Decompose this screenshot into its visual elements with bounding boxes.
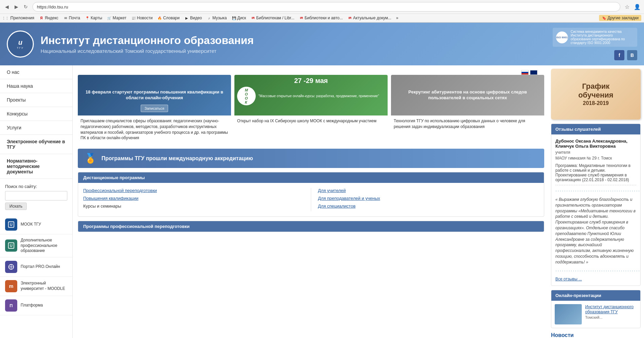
prog-link-for-teachers[interactable]: Для учителей: [318, 188, 539, 193]
news-icon: 📰: [131, 16, 136, 20]
profile-button[interactable]: 👤: [633, 3, 641, 11]
online-sub: Томский...: [585, 315, 637, 319]
bookmark-lib2-label: Библиотеки и авто...: [304, 16, 343, 20]
bookmark-market[interactable]: 🛒 Маркет: [105, 15, 129, 21]
news-section-title: Новости: [551, 332, 641, 338]
quality-badge-block: ISO 9001 Система менеджмента качества Ин…: [553, 28, 637, 47]
prog-link-for-specialists[interactable]: Для специалистов: [318, 204, 539, 209]
reviews-section: Отзывы слушателей Дубонос Оксана Алексан…: [551, 124, 641, 286]
docs-icon: IR: [348, 16, 352, 20]
sidebar-link-projects[interactable]: Проекты: [0, 93, 72, 107]
vk-icon[interactable]: В: [627, 50, 637, 60]
news-card-2-image: 27 -29 мая МООК "Массовые открытые онлай…: [234, 75, 388, 115]
schedule-line1: График: [582, 82, 610, 91]
online-body: Институт дистанционного образования ТГУ …: [551, 301, 640, 328]
prog-link-for-professors[interactable]: Для преподавателей и ученых: [318, 196, 539, 201]
bookmark-more[interactable]: »: [394, 15, 400, 21]
bookmark-music-label: Музыка: [212, 16, 227, 20]
app-portal[interactable]: Портал PRO.Онлайн: [0, 257, 72, 277]
refresh-button[interactable]: ↻: [22, 3, 30, 11]
app-platform[interactable]: Π Платформа: [0, 296, 72, 315]
header-right: ISO 9001 Система менеджмента качества Ин…: [553, 28, 637, 60]
bookmark-dict[interactable]: 🔥 Словари: [155, 15, 182, 21]
reviews-body: Дубонос Оксана Александровна, Климчук Ол…: [551, 134, 640, 286]
bookmark-lib2[interactable]: IR Библиотеки и авто...: [297, 15, 345, 21]
mooc-badge-label: МООК: [245, 88, 248, 104]
schedule-card: График обучения 2018-2019: [551, 69, 641, 120]
sidebar-link-services[interactable]: Услуги: [0, 121, 72, 134]
bookmark-video[interactable]: ▶ Видео: [182, 15, 204, 21]
bookmark-other[interactable]: 🔖 Другие закладки: [599, 15, 641, 21]
bookmark-lib1[interactable]: IR Библиотекам / Libr...: [249, 15, 297, 21]
mooc-icon: U: [5, 218, 17, 231]
sidebar-link-normative[interactable]: Нормативно-методические документы: [0, 154, 72, 178]
flag-russian[interactable]: [521, 70, 529, 75]
all-reviews-link[interactable]: Все отзывы ...: [555, 277, 582, 281]
app-mooc[interactable]: U МООК ТГУ: [0, 215, 72, 234]
facebook-icon[interactable]: f: [614, 50, 624, 60]
bookmark-more-label: »: [396, 16, 398, 20]
bookmark-button[interactable]: ☆: [623, 3, 631, 11]
url-bar[interactable]: [32, 2, 620, 12]
sidebar-link-science[interactable]: Наша наука: [0, 79, 72, 93]
moodle-label: Электронный университет - MOODLE: [21, 281, 67, 291]
forward-button[interactable]: ▶: [12, 3, 20, 11]
search-input[interactable]: [5, 191, 67, 200]
app-moodle[interactable]: m Электронный университет - MOODLE: [0, 277, 72, 296]
news-card-3-body: Технология ТГУ по использованию цифровых…: [391, 115, 544, 132]
online-link[interactable]: Институт дистанционного образования ТГУ: [585, 304, 634, 314]
bookmark-music[interactable]: ♪ Музыка: [205, 15, 229, 21]
yandex-icon: Я: [39, 16, 44, 20]
bookmark-apps[interactable]: ⋮⋮⋮ Приложения: [3, 15, 36, 21]
distance-programs-section: Дистанционные программы Профессиональной…: [78, 172, 544, 217]
accred-icon: 🏅: [85, 153, 96, 164]
reviewer-title: учителя: [555, 150, 636, 155]
bookmark-maps[interactable]: 📍 Карты: [83, 15, 104, 21]
dpo-label: Дополнительное профессиональное образова…: [21, 238, 67, 254]
market-icon: 🛒: [107, 16, 112, 20]
sidebar-link-elearning[interactable]: Электронное обучение в ТГУ: [0, 135, 72, 154]
professional-programs-section: Программы профессиональной переподготовк…: [78, 221, 544, 232]
bookmark-apps-label: Приложения: [10, 16, 34, 20]
sidebar-link-contests[interactable]: Конкурсы: [0, 107, 72, 121]
bookmark-news[interactable]: 📰 Новости: [129, 15, 155, 21]
svg-text:U: U: [10, 244, 13, 248]
news-card-2: 27 -29 мая МООК "Массовые открытые онлай…: [234, 75, 388, 144]
prog-link-2[interactable]: Повышения квалификации: [83, 196, 304, 201]
bookmark-mail[interactable]: ✉ Почта: [61, 15, 82, 21]
news-card-1-body: Приглашаем специалистов сферы образовани…: [78, 115, 231, 144]
search-label: Поиск по сайту:: [5, 184, 67, 189]
app-dpo[interactable]: U Дополнительное профессиональное образо…: [0, 234, 72, 257]
browser-action-buttons: ☆ 👤: [623, 3, 641, 11]
news-card-3-title: Рекрутинг абитуриентов на основе цифровы…: [391, 75, 544, 115]
register-button[interactable]: Записаться: [141, 105, 168, 112]
mail-icon: ✉: [63, 16, 68, 20]
programs-header: Дистанционные программы: [78, 172, 544, 183]
site-subtitle: Национальный исследовательский Томский г…: [41, 48, 254, 54]
iso-badge: ISO 9001: [556, 31, 568, 43]
other-icon: 🔖: [602, 16, 606, 20]
news-section: Новости 27.02.2019 С 19 по 22 февраля 20…: [551, 332, 641, 338]
sidebar-search: Поиск по сайту: Искать: [0, 179, 72, 212]
sidebar-link-about[interactable]: О нас: [0, 65, 72, 79]
back-button[interactable]: ◀: [3, 3, 11, 11]
lib2-icon: IR: [299, 16, 304, 20]
news-card-1: 18 февраля стартуют программы повышения …: [78, 75, 231, 144]
online-thumb: [555, 304, 582, 324]
flag-english[interactable]: [530, 70, 537, 75]
svg-text:Π: Π: [9, 303, 13, 308]
header-title-block: Институт дистанционного образования Наци…: [41, 34, 254, 54]
bookmark-docs[interactable]: IR Актуальные докум...: [346, 15, 393, 21]
nav-buttons: ◀ ▶ ↻: [3, 3, 30, 11]
prog-text-3: Курсы и семинары: [83, 204, 121, 209]
reviewer-name: Дубонос Оксана Александровна, Климчук Ол…: [555, 139, 636, 149]
sidebar-item-projects: Проекты: [0, 93, 72, 107]
portal-label: Портал PRO.Онлайн: [21, 264, 60, 270]
search-button[interactable]: Искать: [5, 203, 27, 210]
video-icon: ▶: [184, 16, 189, 20]
bookmark-disk[interactable]: 💾 Диск: [230, 15, 248, 21]
prog-link-1[interactable]: Профессиональной переподготовки: [83, 188, 304, 193]
bookmark-other-label: Другие закладки: [607, 16, 639, 20]
review-dots: ········································…: [555, 188, 636, 194]
bookmark-yandex[interactable]: Я Яндекс: [37, 15, 60, 21]
